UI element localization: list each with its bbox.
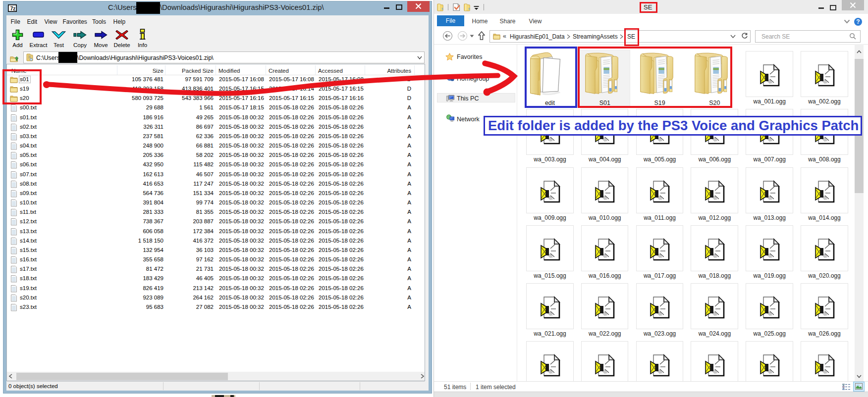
svg-text:7z: 7z — [10, 6, 16, 11]
